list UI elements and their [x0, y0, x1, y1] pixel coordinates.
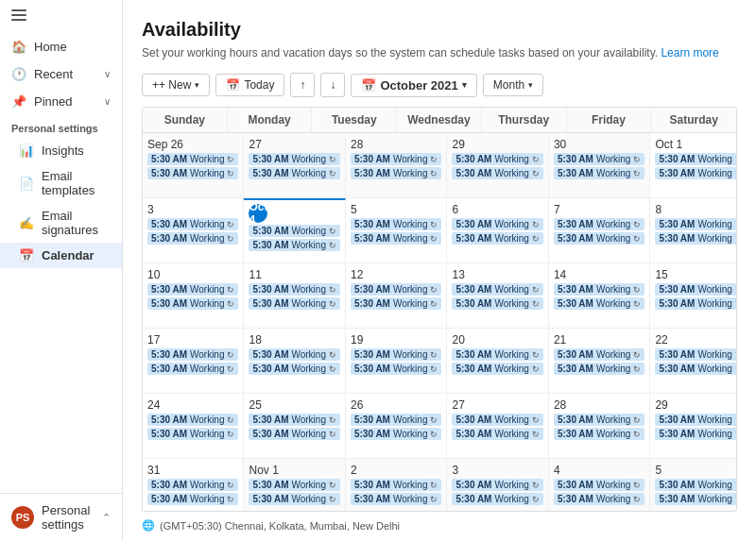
calendar-event[interactable]: 5:30 AMWorking↻	[249, 479, 339, 491]
calendar-event[interactable]: 5:30 AMWorking↻	[147, 348, 238, 361]
sidebar-footer[interactable]: PS Personal settings ⌃	[0, 493, 122, 541]
calendar-event[interactable]: 5:30 AMWorking↻	[554, 167, 644, 179]
calendar-day-cell[interactable]: 125:30 AMWorking↻5:30 AMWorking↻	[346, 263, 447, 328]
calendar-event[interactable]: 5:30 AMWorking↻	[452, 153, 542, 165]
calendar-event[interactable]: 5:30 AMWorking↻	[249, 363, 339, 375]
calendar-event[interactable]: 5:30 AMWorking↻	[147, 297, 238, 310]
sidebar-item-email-signatures[interactable]: ✍ Email signatures	[0, 203, 122, 243]
calendar-event[interactable]: 5:30 AMWorking↻	[147, 153, 238, 165]
sidebar-item-recent[interactable]: 🕐 Recent ∨	[0, 60, 122, 88]
calendar-day-cell[interactable]: 105:30 AMWorking↻5:30 AMWorking↻	[143, 263, 244, 328]
calendar-day-cell[interactable]: 275:30 AMWorking↻5:30 AMWorking↻	[447, 394, 548, 458]
calendar-event[interactable]: 5:30 AMWorking↻	[554, 283, 644, 296]
calendar-event[interactable]: 5:30 AMWorking↻	[452, 414, 542, 426]
calendar-event[interactable]: 5:30 AMWorking↻	[351, 428, 441, 440]
calendar-event[interactable]: 5:30 AMWorking↻	[655, 153, 737, 165]
calendar-day-cell[interactable]: 75:30 AMWorking↻5:30 AMWorking↻	[549, 198, 650, 262]
calendar-event[interactable]: 5:30 AMWorking↻	[452, 218, 542, 230]
calendar-day-cell[interactable]: 305:30 AMWorking↻5:30 AMWorking↻	[549, 133, 650, 197]
calendar-event[interactable]: 5:30 AMWorking↻	[452, 283, 542, 296]
calendar-event[interactable]: 5:30 AMWorking↻	[655, 297, 737, 310]
calendar-day-cell[interactable]: 155:30 AMWorking↻5:30 AMWorking↻	[650, 263, 737, 328]
calendar-event[interactable]: 5:30 AMWorking↻	[554, 232, 644, 245]
calendar-event[interactable]: 5:30 AMWorking↻	[655, 167, 737, 179]
calendar-event[interactable]: 5:30 AMWorking↻	[655, 232, 737, 245]
calendar-event[interactable]: 5:30 AMWorking↻	[147, 283, 238, 296]
calendar-event[interactable]: 5:30 AMWorking↻	[249, 239, 339, 251]
calendar-day-cell[interactable]: 145:30 AMWorking↻5:30 AMWorking↻	[549, 263, 650, 328]
calendar-day-cell[interactable]: 55:30 AMWorking↻5:30 AMWorking↻	[650, 459, 737, 512]
calendar-event[interactable]: 5:30 AMWorking↻	[351, 479, 441, 491]
calendar-day-cell[interactable]: 295:30 AMWorking↻5:30 AMWorking↻	[447, 133, 548, 197]
calendar-event[interactable]: 5:30 AMWorking↻	[147, 414, 238, 426]
calendar-event[interactable]: 5:30 AMWorking↻	[351, 414, 441, 426]
prev-button[interactable]: ↑	[290, 73, 315, 97]
calendar-day-cell[interactable]: Oct 45:30 AMWorking↻5:30 AMWorking↻	[244, 198, 345, 262]
sidebar-item-insights[interactable]: 📊 Insights	[0, 138, 122, 163]
calendar-event[interactable]: 5:30 AMWorking↻	[655, 493, 737, 505]
calendar-event[interactable]: 5:30 AMWorking↻	[147, 479, 238, 491]
next-button[interactable]: ↓	[320, 73, 345, 97]
calendar-event[interactable]: 5:30 AMWorking↻	[147, 428, 238, 440]
calendar-day-cell[interactable]: Oct 15:30 AMWorking↻5:30 AMWorking↻	[650, 133, 737, 197]
calendar-event[interactable]: 5:30 AMWorking↻	[554, 218, 644, 230]
calendar-event[interactable]: 5:30 AMWorking↻	[554, 479, 644, 491]
calendar-day-cell[interactable]: 255:30 AMWorking↻5:30 AMWorking↻	[244, 394, 345, 458]
sidebar-item-home[interactable]: 🏠 Home	[0, 33, 122, 60]
calendar-event[interactable]: 5:30 AMWorking↻	[351, 283, 441, 296]
calendar-day-cell[interactable]: 315:30 AMWorking↻5:30 AMWorking↻	[143, 459, 244, 512]
hamburger-icon[interactable]	[0, 0, 122, 33]
calendar-day-cell[interactable]: 245:30 AMWorking↻5:30 AMWorking↻	[143, 394, 244, 458]
calendar-event[interactable]: 5:30 AMWorking↻	[147, 232, 238, 245]
calendar-event[interactable]: 5:30 AMWorking↻	[351, 493, 441, 505]
calendar-event[interactable]: 5:30 AMWorking↻	[554, 348, 644, 361]
calendar-event[interactable]: 5:30 AMWorking↻	[249, 167, 339, 179]
calendar-event[interactable]: 5:30 AMWorking↻	[147, 363, 238, 375]
calendar-event[interactable]: 5:30 AMWorking↻	[452, 348, 542, 361]
calendar-event[interactable]: 5:30 AMWorking↻	[147, 218, 238, 230]
calendar-event[interactable]: 5:30 AMWorking↻	[249, 153, 339, 165]
calendar-event[interactable]: 5:30 AMWorking↻	[249, 414, 339, 426]
today-button[interactable]: 📅 Today	[215, 74, 284, 96]
calendar-event[interactable]: 5:30 AMWorking↻	[452, 297, 542, 310]
calendar-event[interactable]: 5:30 AMWorking↻	[147, 167, 238, 179]
calendar-event[interactable]: 5:30 AMWorking↻	[554, 493, 644, 505]
calendar-day-cell[interactable]: 295:30 AMWorking↻5:30 AMWorking↻	[650, 394, 737, 458]
calendar-event[interactable]: 5:30 AMWorking↻	[554, 363, 644, 375]
calendar-day-cell[interactable]: 115:30 AMWorking↻5:30 AMWorking↻	[244, 263, 345, 328]
calendar-event[interactable]: 5:30 AMWorking↻	[452, 428, 542, 440]
calendar-event[interactable]: 5:30 AMWorking↻	[249, 225, 339, 237]
calendar-day-cell[interactable]: 35:30 AMWorking↻5:30 AMWorking↻	[447, 459, 548, 512]
calendar-event[interactable]: 5:30 AMWorking↻	[655, 218, 737, 230]
calendar-event[interactable]: 5:30 AMWorking↻	[249, 297, 339, 310]
calendar-day-cell[interactable]: 205:30 AMWorking↻5:30 AMWorking↻	[447, 329, 548, 393]
calendar-day-cell[interactable]: 195:30 AMWorking↻5:30 AMWorking↻	[346, 329, 447, 393]
calendar-day-cell[interactable]: 25:30 AMWorking↻5:30 AMWorking↻	[346, 459, 447, 512]
calendar-event[interactable]: 5:30 AMWorking↻	[452, 479, 542, 491]
calendar-day-cell[interactable]: 265:30 AMWorking↻5:30 AMWorking↻	[346, 394, 447, 458]
calendar-day-cell[interactable]: Nov 15:30 AMWorking↻5:30 AMWorking↻	[244, 459, 345, 512]
calendar-day-cell[interactable]: 275:30 AMWorking↻5:30 AMWorking↻	[244, 133, 345, 197]
calendar-event[interactable]: 5:30 AMWorking↻	[554, 297, 644, 310]
calendar-day-cell[interactable]: Sep 265:30 AMWorking↻5:30 AMWorking↻	[143, 133, 244, 197]
calendar-day-cell[interactable]: 285:30 AMWorking↻5:30 AMWorking↻	[549, 394, 650, 458]
calendar-day-cell[interactable]: 215:30 AMWorking↻5:30 AMWorking↻	[549, 329, 650, 393]
sidebar-item-email-templates[interactable]: 📄 Email templates	[0, 163, 122, 203]
calendar-event[interactable]: 5:30 AMWorking↻	[452, 493, 542, 505]
calendar-event[interactable]: 5:30 AMWorking↻	[452, 232, 542, 245]
calendar-event[interactable]: 5:30 AMWorking↻	[452, 167, 542, 179]
calendar-event[interactable]: 5:30 AMWorking↻	[249, 493, 339, 505]
calendar-day-cell[interactable]: 55:30 AMWorking↻5:30 AMWorking↻	[346, 198, 447, 262]
sidebar-item-calendar[interactable]: 📅 Calendar	[0, 243, 122, 268]
calendar-event[interactable]: 5:30 AMWorking↻	[554, 153, 644, 165]
calendar-event[interactable]: 5:30 AMWorking↻	[351, 153, 441, 165]
calendar-day-cell[interactable]: 35:30 AMWorking↻5:30 AMWorking↻	[143, 198, 244, 262]
calendar-event[interactable]: 5:30 AMWorking↻	[351, 363, 441, 375]
calendar-event[interactable]: 5:30 AMWorking↻	[655, 348, 737, 361]
calendar-event[interactable]: 5:30 AMWorking↻	[655, 479, 737, 491]
calendar-event[interactable]: 5:30 AMWorking↻	[249, 428, 339, 440]
calendar-event[interactable]: 5:30 AMWorking↻	[351, 297, 441, 310]
calendar-event[interactable]: 5:30 AMWorking↻	[351, 232, 441, 245]
month-selector[interactable]: 📅 October 2021 ▾	[351, 74, 476, 97]
calendar-event[interactable]: 5:30 AMWorking↻	[147, 493, 238, 505]
